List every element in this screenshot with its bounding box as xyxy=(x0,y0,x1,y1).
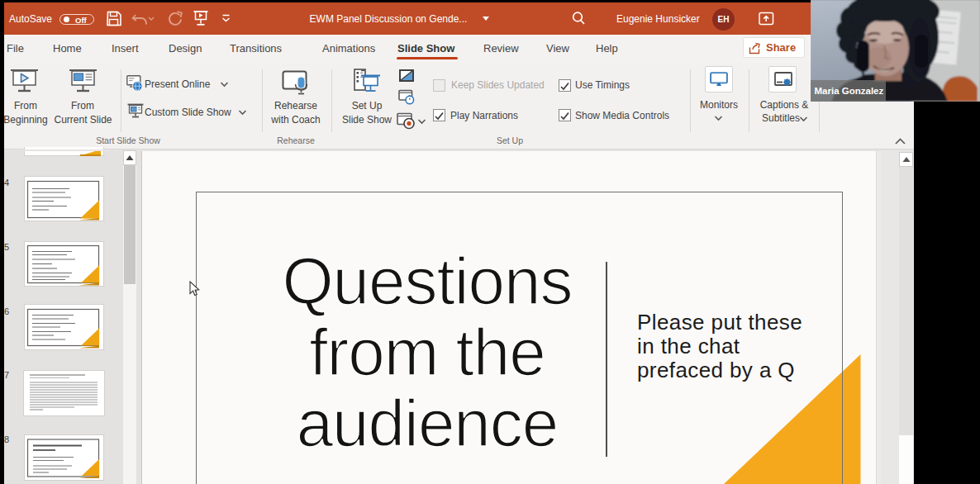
svg-text:Maria Gonzalez: Maria Gonzalez xyxy=(815,86,884,96)
